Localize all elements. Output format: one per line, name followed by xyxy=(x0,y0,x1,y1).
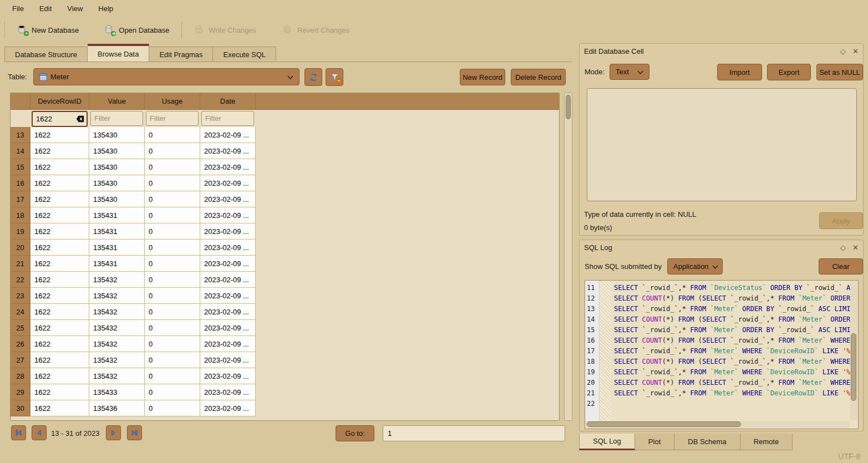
table-cell[interactable]: 135430 xyxy=(89,143,145,159)
dock-tab-plot[interactable]: Plot xyxy=(635,434,674,450)
table-row[interactable]: 15162213543002023-02-09 ... xyxy=(11,159,559,175)
table-cell[interactable]: 2023-02-09 ... xyxy=(200,384,256,400)
row-number[interactable]: 13 xyxy=(11,127,31,143)
column-header-usage[interactable]: Usage xyxy=(145,93,200,109)
clear-filters-button[interactable]: − xyxy=(326,68,343,86)
table-cell[interactable]: 1622 xyxy=(31,127,89,143)
table-cell[interactable]: 0 xyxy=(145,175,200,191)
tab-edit-pragmas[interactable]: Edit Pragmas xyxy=(149,47,213,62)
row-number[interactable]: 28 xyxy=(11,368,31,384)
row-number[interactable]: 29 xyxy=(11,384,31,400)
table-cell[interactable]: 0 xyxy=(145,336,200,352)
table-cell[interactable]: 135432 xyxy=(89,288,145,304)
table-cell[interactable]: 2023-02-09 ... xyxy=(200,272,256,288)
row-number[interactable]: 22 xyxy=(11,272,31,288)
row-number[interactable]: 18 xyxy=(11,207,31,223)
new-record-button[interactable]: New Record xyxy=(460,69,505,85)
table-cell[interactable]: 0 xyxy=(145,127,200,143)
table-row[interactable]: 13162213543002023-02-09 ... xyxy=(11,127,559,143)
close-panel-icon[interactable]: ✕ xyxy=(852,47,859,55)
table-cell[interactable]: 1622 xyxy=(31,207,89,223)
table-row[interactable]: 24162213543202023-02-09 ... xyxy=(11,304,559,320)
table-cell[interactable]: 0 xyxy=(145,159,200,175)
table-cell[interactable]: 2023-02-09 ... xyxy=(200,352,256,368)
delete-record-button[interactable]: Delete Record xyxy=(511,69,566,85)
table-cell[interactable]: 135430 xyxy=(89,127,145,143)
row-number[interactable]: 24 xyxy=(11,304,31,320)
table-cell[interactable]: 2023-02-09 ... xyxy=(200,336,256,352)
last-page-button[interactable] xyxy=(127,425,142,440)
table-cell[interactable]: 2023-02-09 ... xyxy=(200,207,256,223)
table-cell[interactable]: 135430 xyxy=(89,175,145,191)
table-cell[interactable]: 0 xyxy=(145,272,200,288)
table-row[interactable]: 16162213543002023-02-09 ... xyxy=(11,175,559,191)
dock-tab-db-schema[interactable]: DB Schema xyxy=(674,434,740,450)
row-number[interactable]: 16 xyxy=(11,175,31,191)
new-database-button[interactable]: + New Database xyxy=(12,22,84,38)
table-cell[interactable]: 2023-02-09 ... xyxy=(200,143,256,159)
close-panel-icon[interactable]: ✕ xyxy=(852,243,859,252)
table-cell[interactable]: 135431 xyxy=(89,240,145,256)
dock-tab-remote[interactable]: Remote xyxy=(740,434,793,450)
table-cell[interactable]: 1622 xyxy=(31,400,89,416)
filter-value-input[interactable] xyxy=(90,111,143,126)
table-row[interactable]: 14162213543002023-02-09 ... xyxy=(11,143,559,159)
grid-vertical-scrollbar[interactable] xyxy=(564,93,572,421)
row-number[interactable]: 21 xyxy=(11,256,31,272)
table-cell[interactable]: 0 xyxy=(145,304,200,320)
table-cell[interactable]: 0 xyxy=(145,352,200,368)
log-horizontal-scrollbar[interactable] xyxy=(586,421,850,428)
table-cell[interactable]: 0 xyxy=(145,368,200,384)
row-number[interactable]: 19 xyxy=(11,223,31,240)
menu-view[interactable]: View xyxy=(59,2,90,16)
table-row[interactable]: 23162213543202023-02-09 ... xyxy=(11,288,559,304)
goto-input[interactable] xyxy=(383,425,565,441)
table-cell[interactable]: 2023-02-09 ... xyxy=(200,304,256,320)
goto-button[interactable]: Go to: xyxy=(336,425,374,441)
table-row[interactable]: 19162213543102023-02-09 ... xyxy=(11,223,559,240)
table-row[interactable]: 20162213543102023-02-09 ... xyxy=(11,240,559,256)
row-number[interactable]: 25 xyxy=(11,320,31,336)
menu-file[interactable]: File xyxy=(4,2,32,16)
corner-header[interactable] xyxy=(11,93,31,109)
column-header-date[interactable]: Date xyxy=(200,93,256,109)
menu-edit[interactable]: Edit xyxy=(32,2,59,16)
row-number[interactable]: 20 xyxy=(11,240,31,256)
filter-usage-input[interactable] xyxy=(146,111,199,126)
sql-log-text[interactable]: 11SELECT `_rowid_`,* FROM `DeviceStatus`… xyxy=(585,280,859,429)
float-panel-icon[interactable]: ◇ xyxy=(840,47,846,55)
table-cell[interactable]: 2023-02-09 ... xyxy=(200,256,256,272)
log-vscroll-thumb[interactable] xyxy=(851,333,856,401)
table-cell[interactable]: 135432 xyxy=(89,272,145,288)
table-cell[interactable]: 1622 xyxy=(31,240,89,256)
table-cell[interactable]: 1622 xyxy=(31,352,89,368)
row-number[interactable]: 15 xyxy=(11,159,31,175)
table-row[interactable]: 26162213543202023-02-09 ... xyxy=(11,336,559,352)
table-cell[interactable]: 135431 xyxy=(89,223,145,240)
table-cell[interactable]: 1622 xyxy=(31,336,89,352)
filter-devicerowid-input[interactable] xyxy=(33,112,73,126)
next-page-button[interactable] xyxy=(106,425,121,440)
table-row[interactable]: 25162213543202023-02-09 ... xyxy=(11,320,559,336)
table-cell[interactable]: 1622 xyxy=(31,304,89,320)
table-row[interactable]: 28162213543202023-02-09 ... xyxy=(11,368,559,384)
open-database-button[interactable]: ➜ Open Database xyxy=(99,22,175,38)
table-cell[interactable]: 135432 xyxy=(89,352,145,368)
dock-tab-sql-log[interactable]: SQL Log xyxy=(579,434,635,450)
table-cell[interactable]: 2023-02-09 ... xyxy=(200,175,256,191)
table-cell[interactable]: 135433 xyxy=(89,384,145,400)
row-number[interactable]: 17 xyxy=(11,191,31,207)
mode-select[interactable]: Text xyxy=(610,64,649,80)
table-cell[interactable]: 135431 xyxy=(89,207,145,223)
table-cell[interactable]: 2023-02-09 ... xyxy=(200,223,256,240)
grid-scrollbar-thumb[interactable] xyxy=(566,95,571,119)
menu-help[interactable]: Help xyxy=(90,2,121,16)
table-cell[interactable]: 1622 xyxy=(31,143,89,159)
table-row[interactable]: 30162213543602023-02-09 ... xyxy=(11,400,559,416)
tab-database-structure[interactable]: Database Structure xyxy=(4,47,88,62)
table-cell[interactable]: 0 xyxy=(145,256,200,272)
table-cell[interactable]: 0 xyxy=(145,240,200,256)
export-button[interactable]: Export xyxy=(767,64,811,80)
clear-log-button[interactable]: Clear xyxy=(819,258,863,274)
table-row[interactable]: 17162213543002023-02-09 ... xyxy=(11,191,559,207)
